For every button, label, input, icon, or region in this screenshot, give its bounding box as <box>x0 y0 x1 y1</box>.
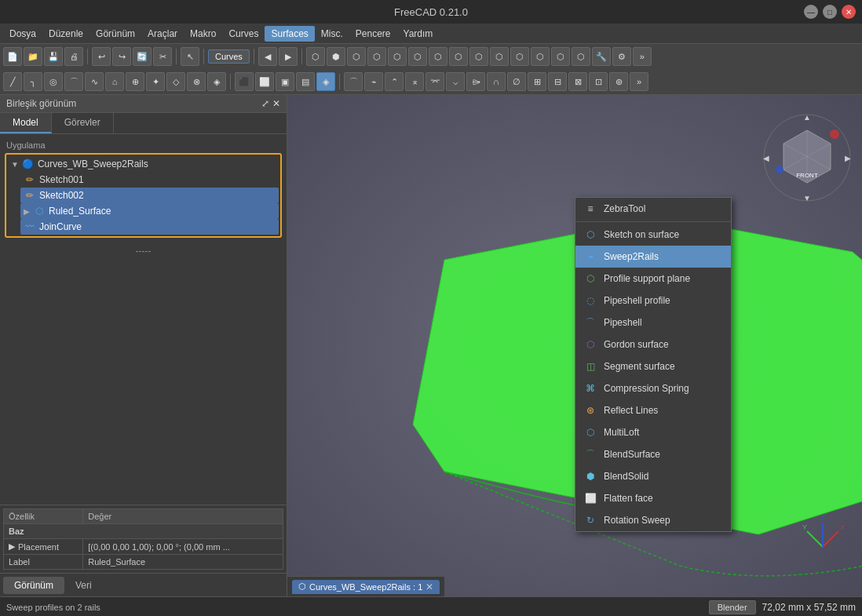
tb-3d8[interactable]: ⬡ <box>449 47 468 66</box>
tb2-s9[interactable]: ∅ <box>507 72 526 91</box>
tb-3d3[interactable]: ⬡ <box>347 47 366 66</box>
menu-makro[interactable]: Makro <box>184 26 222 42</box>
tb2-s3[interactable]: ⌃ <box>385 72 404 91</box>
tb2-8[interactable]: ✦ <box>146 72 165 91</box>
tb2-s1[interactable]: ⌒ <box>344 72 363 91</box>
smenu-item-gordon[interactable]: ⬡ Gordon surface <box>575 334 731 355</box>
tb-nav1[interactable]: ◀ <box>258 47 277 66</box>
tab-gorunum[interactable]: Görünüm <box>3 577 64 594</box>
menu-surfaces[interactable]: Surfaces <box>265 26 314 42</box>
tb2-9[interactable]: ◇ <box>166 72 185 91</box>
smenu-item-multiloft[interactable]: ⬡ MultiLoft <box>575 421 731 443</box>
tree-item-sketch001[interactable]: ✏ Sketch001 <box>20 172 279 188</box>
smenu-item-pipeshell-profile[interactable]: ◌ Pipeshell profile <box>575 290 731 312</box>
tb2-s5[interactable]: ⌤ <box>426 72 444 91</box>
tb2-2[interactable]: ╮ <box>24 72 42 91</box>
tb-cursor[interactable]: ↖ <box>181 47 199 66</box>
tb2-s11[interactable]: ⊟ <box>548 72 567 91</box>
menu-araclar[interactable]: Araçlar <box>141 26 184 42</box>
tb-more[interactable]: » <box>633 47 652 66</box>
tb2-s4[interactable]: ⌅ <box>405 72 424 91</box>
tb-3d12[interactable]: ⬡ <box>531 47 550 66</box>
curves-label-btn[interactable]: Curves <box>208 49 250 64</box>
tb-3d5[interactable]: ⬡ <box>388 47 407 66</box>
tb-3d11[interactable]: ⬡ <box>510 47 529 66</box>
tb-refresh[interactable]: 🔄 <box>133 47 152 66</box>
blender-button[interactable]: Blender <box>709 600 756 614</box>
tab-model[interactable]: Model <box>0 113 52 133</box>
tb2-surf1[interactable]: ⬛ <box>235 72 254 91</box>
smenu-item-blendsolid[interactable]: ⬢ BlendSolid <box>575 465 731 487</box>
tb2-11[interactable]: ◈ <box>207 72 226 91</box>
tb2-surf2[interactable]: ⬜ <box>255 72 274 91</box>
menu-dosya[interactable]: Dosya <box>3 26 42 42</box>
menu-pencere[interactable]: Pencere <box>349 26 397 42</box>
tb-3d13[interactable]: ⬡ <box>551 47 570 66</box>
tb2-s6[interactable]: ⌵ <box>446 72 465 91</box>
tb-3d1[interactable]: ⬡ <box>306 47 325 66</box>
tb2-surf3[interactable]: ▣ <box>276 72 294 91</box>
tab-veri[interactable]: Veri <box>64 577 103 594</box>
expand-arrow-root[interactable]: ▼ <box>11 160 19 169</box>
menu-misc[interactable]: Misc. <box>315 26 349 42</box>
tree-root-item[interactable]: ▼ 🔵 Curves_WB_Sweep2Rails <box>8 156 279 172</box>
tb-undo[interactable]: ↩ <box>92 47 111 66</box>
tb-3d14[interactable]: ⬡ <box>572 47 590 66</box>
tb2-4[interactable]: ⌒ <box>64 72 83 91</box>
tb-new[interactable]: 📄 <box>3 47 22 66</box>
tb2-10[interactable]: ⊗ <box>187 72 206 91</box>
maximize-button[interactable]: □ <box>823 5 837 19</box>
tb2-s2[interactable]: ⌁ <box>364 72 383 91</box>
tb-tools2[interactable]: ⚙ <box>612 47 631 66</box>
smenu-item-sketch-surface[interactable]: ⬡ Sketch on surface <box>575 224 731 246</box>
tree-item-joincurve[interactable]: 〰 JoinCurve <box>20 219 279 235</box>
panel-close-icon[interactable]: ✕ <box>272 98 280 109</box>
tb2-3[interactable]: ◎ <box>44 72 63 91</box>
tb2-5[interactable]: ∿ <box>85 72 104 91</box>
smenu-item-zebratool[interactable]: ≡ ZebraTool <box>575 198 731 220</box>
menu-gorunum[interactable]: Görünüm <box>89 26 141 42</box>
tb2-7[interactable]: ⊕ <box>126 72 144 91</box>
tb-3d2[interactable]: ⬢ <box>327 47 345 66</box>
tb2-s14[interactable]: ⊛ <box>609 72 628 91</box>
menu-yardim[interactable]: Yardım <box>397 26 440 42</box>
tb-3d10[interactable]: ⬡ <box>490 47 509 66</box>
tb-3d7[interactable]: ⬡ <box>429 47 447 66</box>
smenu-item-sweep2rails[interactable]: ⌁ Sweep2Rails <box>575 246 731 268</box>
smenu-item-blendsurface[interactable]: ⌒ BlendSurface <box>575 443 731 465</box>
tb2-s7[interactable]: ⌲ <box>466 72 485 91</box>
tb2-6[interactable]: ⌂ <box>105 72 124 91</box>
expand-icon-placement[interactable]: ▶ <box>9 541 15 552</box>
smenu-item-flatten[interactable]: ⬜ Flatten face <box>575 487 731 509</box>
navcube[interactable]: FRONT ▲ ▼ ◀ ▶ <box>760 111 854 205</box>
tb2-surf5[interactable]: ◈ <box>316 72 335 91</box>
smenu-item-profile-support[interactable]: ⬡ Profile support plane <box>575 268 731 290</box>
tb2-surf4[interactable]: ▤ <box>296 72 315 91</box>
tb-print[interactable]: 🖨 <box>64 47 83 66</box>
smenu-item-spring[interactable]: ⌘ Compression Spring <box>575 377 731 399</box>
tb-tools1[interactable]: 🔧 <box>592 47 611 66</box>
smenu-item-rotation-sweep[interactable]: ↻ Rotation Sweep <box>575 509 731 531</box>
tb2-s10[interactable]: ⊞ <box>528 72 546 91</box>
menu-duzenle[interactable]: Düzenle <box>42 26 89 42</box>
tb-3d4[interactable]: ⬡ <box>367 47 386 66</box>
tb-save[interactable]: 💾 <box>44 47 63 66</box>
tree-item-sketch002[interactable]: ✏ Sketch002 <box>20 188 279 203</box>
menu-curves[interactable]: Curves <box>222 26 265 42</box>
smenu-item-reflect[interactable]: ⊛ Reflect Lines <box>575 399 731 421</box>
tb-3d6[interactable]: ⬡ <box>408 47 427 66</box>
tb2-s13[interactable]: ⊡ <box>589 72 608 91</box>
tb2-s12[interactable]: ⊠ <box>568 72 587 91</box>
tb-cut[interactable]: ✂ <box>153 47 172 66</box>
smenu-item-pipeshell[interactable]: ⌒ Pipeshell <box>575 312 731 334</box>
panel-expand-icon[interactable]: ⤢ <box>261 98 269 109</box>
vp-tab-close-btn[interactable]: ✕ <box>426 581 433 592</box>
tab-gorevler[interactable]: Görevler <box>52 113 114 133</box>
tb-nav2[interactable]: ▶ <box>279 47 298 66</box>
close-button[interactable]: ✕ <box>842 5 856 19</box>
viewport[interactable]: FRONT ▲ ▼ ◀ ▶ X Y <box>287 95 862 596</box>
tb2-1[interactable]: ╱ <box>3 72 22 91</box>
tb-3d9[interactable]: ⬡ <box>469 47 488 66</box>
tb2-more[interactable]: » <box>630 72 648 91</box>
tree-item-ruled-surface[interactable]: ▶ ⬡ Ruled_Surface <box>20 203 279 219</box>
